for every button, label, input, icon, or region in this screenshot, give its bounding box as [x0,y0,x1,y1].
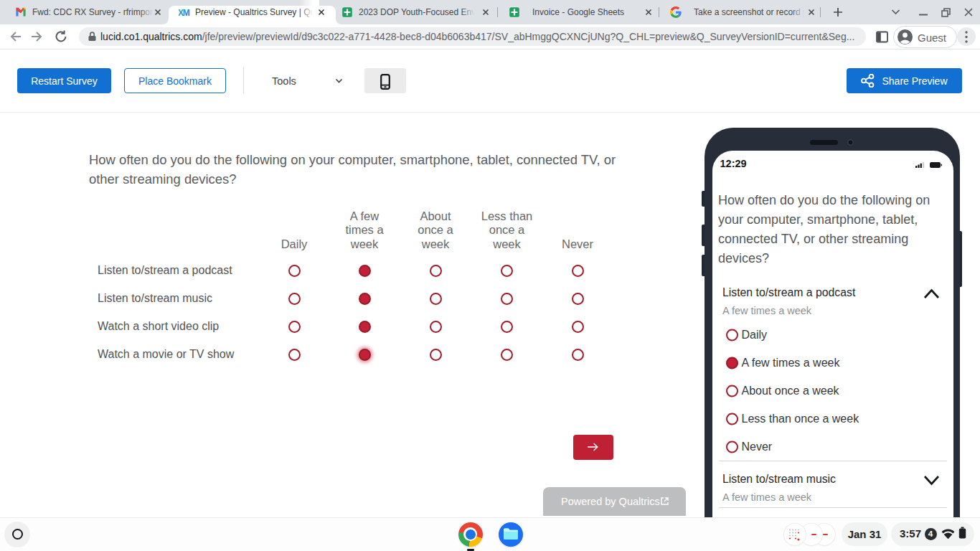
svg-text:XM: XM [179,8,190,18]
